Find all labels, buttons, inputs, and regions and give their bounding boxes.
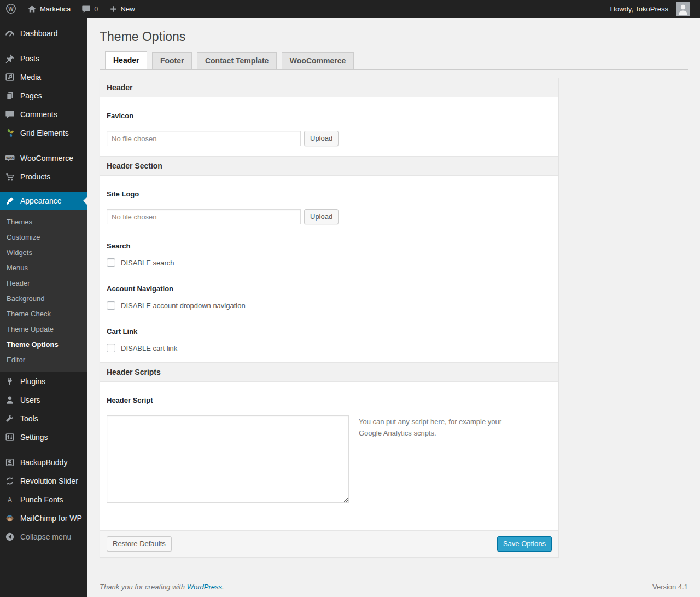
menu-separator [0, 43, 88, 49]
disable-search-checkbox[interactable] [107, 258, 115, 267]
woocommerce-icon: Woo [4, 153, 15, 164]
sidebar-item-label: Comments [20, 110, 57, 119]
admin-footer: Thank you for creating with WordPress. V… [100, 583, 688, 591]
admin-bar-left: W Marketica 0 New [0, 0, 141, 18]
user-icon [4, 395, 15, 405]
submenu-item-widgets[interactable]: Widgets [0, 245, 88, 260]
disable-account-checkbox[interactable] [107, 301, 115, 310]
sidebar-item-label: Grid Elements [20, 129, 69, 137]
site-name-menu[interactable]: Marketica [22, 0, 76, 18]
new-content-menu[interactable]: New [104, 0, 141, 18]
sidebar-item-label: MailChimp for WP [20, 514, 82, 523]
sidebar-item-plugins[interactable]: Plugins [0, 372, 88, 391]
save-options-button[interactable]: Save Options [497, 536, 552, 552]
sidebar-item-collapse-menu[interactable]: Collapse menu [0, 528, 88, 546]
svg-text:Woo: Woo [6, 156, 14, 160]
disable-search-text: DISABLE search [121, 259, 174, 267]
section-header-scripts: Header Scripts [100, 362, 558, 382]
sidebar-item-label: Revolution Slider [20, 477, 78, 485]
sidebar-item-settings[interactable]: Settings [0, 428, 88, 447]
sidebar-item-label: Collapse menu [20, 532, 71, 541]
comment-bubble-icon [81, 4, 91, 14]
section-body-scripts: Header Script You can put any script her… [100, 382, 558, 530]
wordpress-link[interactable]: WordPress [187, 583, 222, 591]
dashboard-icon [4, 28, 15, 39]
favicon-upload-button[interactable]: Upload [304, 131, 339, 146]
refresh-arrows-icon [4, 476, 15, 486]
tab-header[interactable]: Header [105, 51, 147, 69]
favicon-file-input[interactable] [107, 131, 301, 146]
sidebar-item-products[interactable]: Products [0, 167, 88, 186]
disable-cart-text: DISABLE cart link [121, 344, 177, 352]
submenu-item-theme-check[interactable]: Theme Check [0, 306, 88, 321]
tab-woocommerce[interactable]: WooCommerce [282, 52, 354, 69]
sidebar-item-media[interactable]: Media [0, 68, 88, 86]
sidebar-item-label: BackupBuddy [20, 458, 67, 467]
disable-cart-checkbox[interactable] [107, 344, 115, 352]
disable-search-row: DISABLE search [107, 258, 552, 267]
disable-account-text: DISABLE account dropdown navigation [121, 302, 246, 310]
comments-count: 0 [94, 5, 98, 13]
section-body-header-section: Site Logo Upload Search DISABLE search A… [100, 176, 558, 362]
sidebar-item-appearance[interactable]: Appearance [0, 192, 88, 210]
section-header-section: Header Section [100, 156, 558, 176]
sidebar-item-punch-fonts[interactable]: A Punch Fonts [0, 490, 88, 509]
sidebar-item-label: Pages [20, 91, 42, 100]
sidebar-item-mailchimp[interactable]: MailChimp for WP [0, 509, 88, 528]
sidebar-item-pages[interactable]: Pages [0, 86, 88, 105]
site-name: Marketica [40, 5, 71, 13]
sidebar-item-woocommerce[interactable]: Woo WooCommerce [0, 149, 88, 167]
letter-a-icon: A [4, 494, 15, 505]
disable-account-row: DISABLE account dropdown navigation [107, 301, 552, 310]
wrench-icon [4, 413, 15, 424]
header-script-row: You can put any script here, for example… [107, 415, 552, 503]
wordpress-logo-menu[interactable]: W [0, 0, 22, 18]
sidebar-item-comments[interactable]: Comments [0, 105, 88, 124]
sidebar-item-dashboard[interactable]: Dashboard [0, 24, 88, 43]
sidebar-item-grid-elements[interactable]: Grid Elements [0, 124, 88, 142]
sidebar-item-revolution-slider[interactable]: Revolution Slider [0, 472, 88, 490]
sidebar-item-label: Media [20, 73, 41, 82]
sidebar-item-backupbuddy[interactable]: BackupBuddy [0, 453, 88, 472]
submenu-item-background[interactable]: Background [0, 291, 88, 306]
sidebar-item-label: Posts [20, 54, 39, 63]
comments-menu[interactable]: 0 [76, 0, 103, 18]
sidebar-item-label: WooCommerce [20, 154, 73, 163]
mailchimp-monkey-icon [4, 513, 15, 524]
sidebar-item-label: Settings [20, 433, 48, 442]
sidebar-item-tools[interactable]: Tools [0, 409, 88, 428]
plus-icon [109, 5, 118, 13]
submenu-item-header[interactable]: Header [0, 275, 88, 291]
submenu-item-theme-options[interactable]: Theme Options [0, 337, 88, 352]
site-logo-upload-button[interactable]: Upload [304, 209, 339, 224]
my-account-menu[interactable]: Howdy, TokoPress [605, 0, 696, 18]
submenu-item-editor[interactable]: Editor [0, 352, 88, 367]
backupbuddy-icon [4, 457, 15, 468]
admin-sidebar: Dashboard Posts Media Pages Comments Gri… [0, 18, 88, 597]
submenu-item-customize[interactable]: Customize [0, 229, 88, 245]
menu-separator [0, 186, 88, 192]
header-script-textarea[interactable] [107, 415, 349, 503]
footer-thanks: Thank you for creating with WordPress. [100, 583, 224, 591]
section-header: Header [100, 78, 558, 97]
svg-text:A: A [8, 496, 13, 504]
cart-link-label: Cart Link [107, 310, 552, 335]
sidebar-item-posts[interactable]: Posts [0, 49, 88, 68]
appearance-submenu: Themes Customize Widgets Menus Header Ba… [0, 210, 88, 372]
tab-contact-template[interactable]: Contact Template [197, 52, 277, 69]
panel-footer: Restore Defaults Save Options [100, 530, 558, 557]
restore-defaults-button[interactable]: Restore Defaults [107, 536, 172, 552]
footer-period: . [222, 583, 224, 591]
sidebar-item-label: Dashboard [20, 29, 58, 38]
site-logo-file-input[interactable] [107, 209, 301, 224]
section-body-header: Favicon Upload [100, 97, 558, 156]
tab-footer[interactable]: Footer [152, 52, 192, 69]
submenu-item-themes[interactable]: Themes [0, 214, 88, 229]
account-nav-label: Account Navigation [107, 267, 552, 293]
sidebar-item-users[interactable]: Users [0, 391, 88, 409]
submenu-item-theme-update[interactable]: Theme Update [0, 321, 88, 337]
submenu-item-menus[interactable]: Menus [0, 260, 88, 275]
sidebar-item-label: Punch Fonts [20, 495, 63, 504]
site-logo-upload-row: Upload [107, 209, 552, 224]
footer-thanks-text: Thank you for creating with [100, 583, 187, 591]
